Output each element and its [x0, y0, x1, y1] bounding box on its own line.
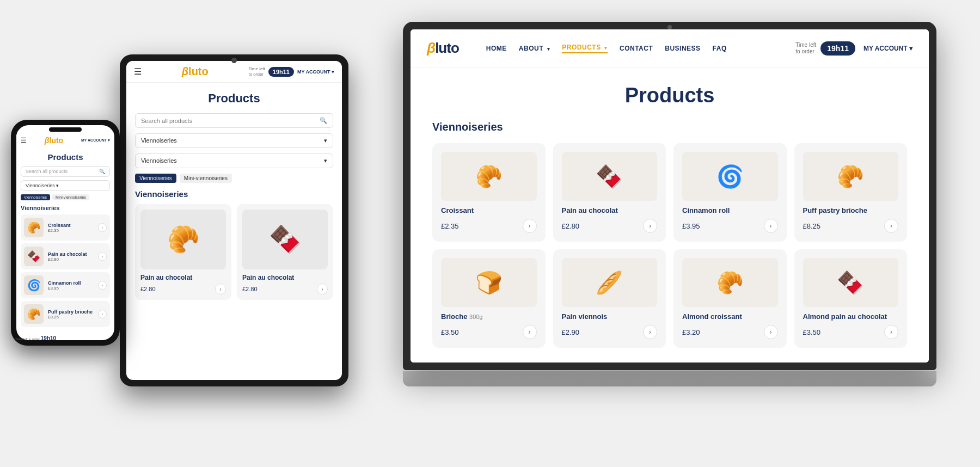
tablet-filter-dropdown[interactable]: Viennoiseries ▾: [135, 133, 333, 148]
product-arrow-puff[interactable]: ›: [884, 219, 898, 233]
tablet-logo[interactable]: βluto: [182, 65, 209, 78]
time-left-label: Time leftto order: [795, 42, 816, 55]
nav-home[interactable]: HOME: [486, 45, 507, 52]
products-grid-row2: 🍞 Brioche 300g £3.50 › 🥖 Pain viennois: [432, 249, 907, 348]
phone-product-puff[interactable]: 🥐 Puff pastry brioche £8.25 ›: [21, 301, 110, 327]
laptop-logo[interactable]: βluto: [427, 40, 459, 57]
tablet-search-input[interactable]: [141, 118, 320, 124]
product-card-almond-pain[interactable]: 🍫 Almond pain au chocolat £3.50 ›: [794, 249, 908, 348]
phone-product-info-cinnamon: Cinnamon roll £3.95: [48, 280, 94, 291]
product-arrow-almond-croissant[interactable]: ›: [764, 325, 778, 339]
phone-filter-dropdown[interactable]: Viennoiseries ▾: [21, 180, 110, 191]
products-grid-row1: 🥐 Croissant £2.35 › 🍫 Pain au chocolat: [432, 143, 907, 242]
tablet-screen: ☰ βluto Time leftto order 19h11 MY ACCOU…: [126, 61, 342, 380]
tablet-time-badge: 19h11: [268, 67, 294, 77]
phone-logo[interactable]: βluto: [45, 136, 63, 145]
phone-product-arrow-cinnamon[interactable]: ›: [98, 281, 107, 290]
tablet-product-arrow-pain[interactable]: ›: [317, 284, 328, 294]
product-price-pain-chocolat: £2.80: [562, 222, 580, 230]
product-footer-cinnamon: £3.95 ›: [682, 219, 778, 233]
tablet-account-btn[interactable]: MY ACCOUNT ▾: [297, 69, 334, 75]
phone-account-btn[interactable]: MY ACCOUNT ▾: [81, 138, 110, 143]
tablet-tag-viennoiseries[interactable]: Viennoiseries: [135, 174, 176, 183]
product-footer-almond-croissant: £3.20 ›: [682, 325, 778, 339]
phone-product-pain-chocolat[interactable]: 🍫 Pain au chocolat £2.80 ›: [21, 243, 110, 269]
tablet-page-title: Products: [135, 91, 333, 106]
tablet-filter-dropdown2[interactable]: Viennoiseries ▾: [135, 153, 333, 168]
search-icon: 🔍: [320, 117, 327, 124]
tablet-product-croissant[interactable]: 🥐 Pain au chocolat £2.80 ›: [135, 204, 231, 300]
phone-page-title: Products: [21, 152, 110, 162]
product-arrow-croissant[interactable]: ›: [523, 219, 537, 233]
chevron-down-icon-2: ▾: [324, 157, 327, 164]
phone-search-icon: 🔍: [99, 169, 105, 174]
product-name-croissant: Croissant: [441, 206, 537, 214]
tablet-navbar: ☰ βluto Time leftto order 19h11 MY ACCOU…: [126, 61, 342, 83]
product-price-almond-croissant: £3.20: [682, 328, 700, 336]
nav-about[interactable]: ABOUT ▾: [519, 45, 550, 52]
phone-search-box[interactable]: Search all products 🔍: [21, 166, 110, 177]
phone-tag-viennoiseries[interactable]: Viennoiseries: [21, 194, 50, 200]
phone-product-price-croissant: £2.35: [48, 228, 94, 233]
product-name-almond-croissant: Almond croissant: [682, 312, 778, 321]
tablet-tag-mini[interactable]: Mini-viennoiseries: [180, 174, 232, 183]
phone-product-croissant[interactable]: 🥐 Croissant £2.35 ›: [21, 214, 110, 241]
phone-product-arrow-croissant[interactable]: ›: [98, 223, 107, 232]
product-arrow-pain-viennois[interactable]: ›: [643, 325, 657, 339]
phone-menu-icon[interactable]: ☰: [21, 137, 27, 144]
chevron-down-icon: ▾: [324, 137, 327, 144]
product-image-pain-viennois: 🥖: [562, 258, 658, 307]
product-card-pain-viennois[interactable]: 🥖 Pain viennois £2.90 ›: [553, 249, 666, 348]
product-card-almond-croissant[interactable]: 🥐 Almond croissant £3.20 ›: [673, 249, 787, 348]
nav-contact[interactable]: CONTACT: [620, 45, 653, 52]
laptop-camera: [667, 25, 672, 29]
phone-device: ☰ βluto MY ACCOUNT ▾ Products Search all…: [11, 120, 120, 348]
product-arrow-pain-chocolat[interactable]: ›: [643, 219, 657, 233]
phone-product-cinnamon[interactable]: 🌀 Cinnamon roll £3.95 ›: [21, 272, 110, 298]
phone-product-name-puff: Puff pastry brioche: [48, 309, 94, 315]
phone-product-price-cinnamon: £3.95: [48, 286, 94, 291]
product-card-pain-chocolat[interactable]: 🍫 Pain au chocolat £2.80 ›: [553, 143, 666, 242]
tablet-product-pain[interactable]: 🍫 Pain au chocolat £2.80 ›: [237, 204, 333, 300]
page-title: Products: [432, 84, 907, 107]
product-price-brioche: £3.50: [441, 328, 459, 336]
phone-product-name-croissant: Croissant: [48, 223, 94, 228]
phone-time-badge: 19h10: [41, 335, 56, 340]
phone-product-arrow-pain-chocolat[interactable]: ›: [98, 252, 107, 261]
tablet-camera: [231, 58, 237, 63]
phone-product-img-pain-chocolat: 🍫: [24, 247, 44, 266]
product-card-puff[interactable]: 🥐 Puff pastry brioche £8.25 ›: [794, 143, 908, 242]
product-arrow-cinnamon[interactable]: ›: [764, 219, 778, 233]
phone-product-arrow-puff[interactable]: ›: [98, 310, 107, 318]
nav-business[interactable]: BUSINESS: [665, 45, 700, 52]
product-name-pain-chocolat: Pain au chocolat: [562, 206, 658, 214]
tablet-product-footer-pain: £2.80 ›: [242, 284, 328, 294]
product-footer-croissant: £2.35 ›: [441, 219, 537, 233]
tablet-product-name-croissant: Pain au chocolat: [140, 274, 226, 281]
tablet-search-box[interactable]: 🔍: [135, 113, 333, 128]
product-card-cinnamon[interactable]: 🌀 Cinnamon roll £3.95 ›: [673, 143, 787, 242]
tablet-product-arrow-croissant[interactable]: ›: [215, 284, 226, 294]
tablet-menu-icon[interactable]: ☰: [134, 66, 142, 77]
product-footer-almond-pain: £3.50 ›: [803, 325, 899, 339]
product-price-croissant: £2.35: [441, 222, 459, 230]
tablet-product-price-pain: £2.80: [242, 286, 258, 292]
product-card-croissant[interactable]: 🥐 Croissant £2.35 ›: [432, 143, 546, 242]
product-footer-pain-viennois: £2.90 ›: [562, 325, 658, 339]
product-arrow-almond-pain[interactable]: ›: [884, 325, 898, 339]
section-title: Viennoiseries: [432, 121, 907, 133]
nav-products[interactable]: PRODUCTS ▾: [562, 44, 608, 53]
product-name-brioche: Brioche 300g: [441, 312, 537, 321]
product-image-puff: 🥐: [803, 152, 899, 201]
product-arrow-brioche[interactable]: ›: [523, 325, 537, 339]
nav-faq[interactable]: FAQ: [713, 45, 727, 52]
phone-time-left-box: Time left to order 19h10: [16, 335, 56, 340]
product-price-almond-pain: £3.50: [803, 328, 821, 336]
phone-product-img-croissant: 🥐: [24, 218, 44, 237]
my-account-button[interactable]: MY ACCOUNT ▾: [863, 45, 912, 52]
phone-notch: [49, 127, 82, 132]
laptop-main-content: Products Viennoiseries 🥐 Croissant £2.35…: [411, 67, 929, 362]
product-footer-brioche: £3.50 ›: [441, 325, 537, 339]
phone-tag-mini[interactable]: Mini-viennoiseries: [52, 194, 89, 200]
product-card-brioche[interactable]: 🍞 Brioche 300g £3.50 ›: [432, 249, 546, 348]
